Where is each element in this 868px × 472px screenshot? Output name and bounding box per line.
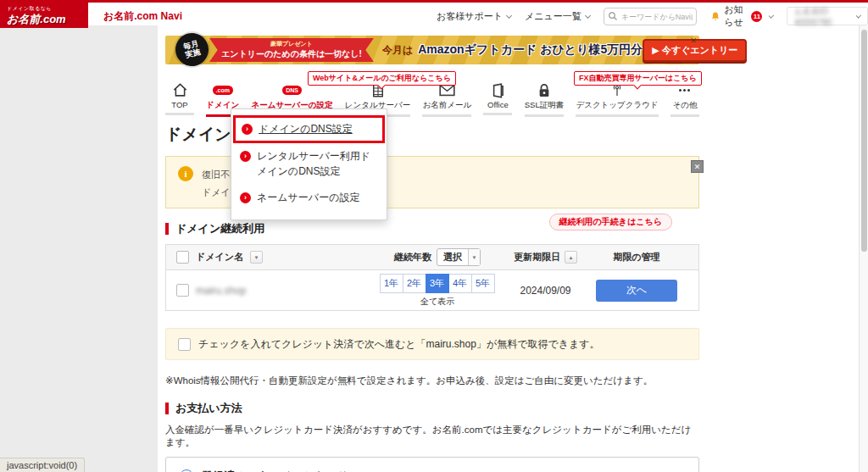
- menu-list-menu[interactable]: メニュー一覧: [525, 10, 590, 23]
- tab-label: TOP: [171, 100, 187, 109]
- menu-item-label: ドメインのDNS設定: [259, 122, 353, 136]
- tab-others[interactable]: その他: [670, 82, 699, 117]
- fx-server-tooltip: FX自動売買専用サーバーはこちら: [574, 71, 702, 86]
- logo-brand: お名前.com: [7, 13, 88, 26]
- year-option-4[interactable]: 4年: [448, 274, 472, 293]
- tab-underline: [670, 114, 699, 117]
- payment-method-box: 登録済みのクレジットカード カード番号 8018: [165, 457, 699, 472]
- campaign-banner[interactable]: 毎月 実施 豪華プレゼント エントリーのための条件は一切なし! 今月は Amaz…: [165, 36, 699, 64]
- tab-label: デスクトップクラウド: [576, 100, 658, 111]
- chevron-down-icon: [506, 12, 512, 18]
- year-option-5[interactable]: 5年: [471, 274, 495, 293]
- arrow-circle-icon: ›: [240, 192, 251, 203]
- tab-underline: [483, 113, 512, 115]
- chevron-down-icon: [585, 12, 591, 18]
- arrow-circle-icon: ›: [242, 124, 253, 135]
- free-domain-text: チェックを入れてクレジット決済で次へ進むと「mairu.shop」が無料で取得で…: [198, 337, 600, 352]
- ribbon-main-text: エントリーのための条件は一切なし!: [221, 48, 362, 60]
- ssl-lock-icon: [537, 82, 551, 98]
- tab-ssl-certificate[interactable]: SSL証明書: [525, 82, 564, 117]
- year-options: 1年 2年 3年 4年 5年: [381, 274, 495, 293]
- registered-card-label: 登録済みのクレジットカード: [202, 469, 348, 472]
- nameserver-dropdown-menu: › ドメインのDNS設定 › レンタルサーバー利用ドメインのDNS設定 › ネー…: [231, 108, 387, 220]
- monthly-badge: 毎月 実施: [172, 30, 212, 69]
- free-domain-promo: チェックを入れてクレジット決済で次へ進むと「mairu.shop」が無料で取得で…: [165, 328, 699, 360]
- dns-icon: DNS: [282, 82, 302, 98]
- main-content: 毎月 実施 豪華プレゼント エントリーのための条件は一切なし! 今月は Amaz…: [165, 25, 699, 472]
- renewal-section-title: ドメイン継続利用: [175, 221, 264, 236]
- bell-icon: [710, 11, 721, 22]
- ribbon-small-text: 豪華プレゼント: [221, 40, 362, 48]
- banner-headline: Amazonギフトカード おひとり様5万円分: [418, 42, 643, 58]
- domain-row: mairu.shop 1年 2年 3年 4年 5年 全て表示 2024/09/0…: [166, 270, 698, 310]
- info-icon: i: [178, 166, 193, 181]
- tab-onamae-mail[interactable]: お名前メール: [422, 82, 471, 117]
- tab-underline: [165, 113, 194, 115]
- show-all-link[interactable]: 全て表示: [420, 296, 454, 308]
- col-renewal-years: 継続年数: [394, 251, 431, 264]
- domain-com-icon: .com: [213, 82, 233, 98]
- domain-row-checkbox[interactable]: [176, 284, 189, 297]
- renewal-procedure-link[interactable]: 継続利用の手続きはこちら: [549, 214, 672, 230]
- select-arrow-icon: ▼: [468, 249, 480, 265]
- navi-title: お名前.com Navi: [103, 9, 182, 24]
- search-icon: [608, 11, 618, 21]
- select-all-checkbox[interactable]: [176, 251, 189, 264]
- menu-item-rental-server-dns[interactable]: › レンタルサーバー利用ドメインのDNS設定: [231, 143, 387, 185]
- tab-top[interactable]: TOP: [165, 82, 194, 117]
- header-menu: お客様サポート メニュー一覧 お知らせ 11 お名前ID 40000780: [437, 5, 868, 27]
- office-icon: [492, 82, 504, 98]
- customer-support-menu[interactable]: お客様サポート: [437, 10, 511, 23]
- menu-item-label: レンタルサーバー利用ドメインのDNS設定: [257, 149, 378, 179]
- years-select[interactable]: 選択 ▼: [437, 248, 481, 266]
- account-id-redacted: お名前ID 40000780: [794, 6, 853, 27]
- tab-label: お名前メール: [422, 100, 471, 111]
- deadline-sort-button[interactable]: ▲: [565, 251, 577, 264]
- payment-description: 入金確認が一番早いクレジットカード決済がおすすめです。お名前.comでは主要なク…: [165, 424, 699, 449]
- tab-label: SSL証明書: [525, 100, 564, 111]
- page-scrollbar[interactable]: [859, 25, 868, 472]
- banner-close-icon[interactable]: ✕: [690, 36, 697, 45]
- free-domain-checkbox[interactable]: [178, 338, 191, 351]
- onamae-logo[interactable]: ドメイン取るなら お名前.com: [0, 3, 88, 28]
- web-mail-tooltip: Webサイト&メールのご利用ならこちら: [308, 71, 456, 86]
- tab-underline: [422, 114, 471, 117]
- left-gutter: [0, 25, 158, 472]
- menu-item-domain-dns[interactable]: › ドメインのDNS設定: [236, 118, 382, 141]
- tab-office[interactable]: Office: [483, 82, 512, 117]
- menu-item-nameserver-settings[interactable]: › ネームサーバーの設定: [231, 185, 387, 211]
- col-renewal-deadline: 更新期限日: [514, 251, 560, 264]
- chevron-down-icon: [856, 13, 861, 18]
- renewal-table: ドメイン名 ▼ 継続年数 選択 ▼ 更新期限日 ▲ 期限の管理 mairu.: [165, 244, 699, 311]
- tab-underline: [576, 114, 658, 117]
- renewal-deadline-date: 2024/09/09: [520, 285, 570, 297]
- tab-underline: [525, 114, 564, 117]
- monthly-badge-line2: 実施: [185, 47, 202, 59]
- dropdown-highlight-box: › ドメインのDNS設定: [233, 115, 385, 143]
- tab-label: Office: [487, 100, 509, 109]
- col-domain-name: ドメイン名: [196, 251, 243, 264]
- tab-desktop-cloud[interactable]: デスクトップクラウド: [576, 82, 658, 117]
- domain-sort-button[interactable]: ▼: [250, 251, 263, 264]
- info-close-button[interactable]: ✕: [691, 160, 704, 173]
- payment-section-title: お支払い方法: [175, 401, 242, 416]
- notifications-count-badge: 11: [751, 11, 762, 22]
- col-deadline-management: 期限の管理: [613, 251, 659, 264]
- payment-section-header: お支払い方法: [165, 401, 699, 416]
- scrollbar-thumb[interactable]: [861, 30, 867, 252]
- renewal-table-header: ドメイン名 ▼ 継続年数 選択 ▼ 更新期限日 ▲ 期限の管理: [166, 245, 698, 270]
- campaign-ribbon: 豪華プレゼント エントリーのための条件は一切なし!: [209, 38, 374, 62]
- customer-support-label: お客様サポート: [437, 10, 503, 23]
- account-menu[interactable]: お名前ID 40000780: [787, 7, 868, 25]
- next-button[interactable]: 次へ: [596, 280, 677, 302]
- year-option-2[interactable]: 2年: [403, 274, 426, 293]
- year-option-3-selected[interactable]: 3年: [426, 274, 449, 293]
- arrow-circle-icon: ›: [240, 151, 251, 162]
- logo-tagline: ドメイン取るなら: [7, 5, 88, 13]
- domain-name-redacted: mairu.shop: [196, 285, 246, 297]
- year-option-1[interactable]: 1年: [380, 274, 403, 293]
- tab-label: その他: [673, 100, 698, 111]
- notifications-menu[interactable]: お知らせ 11: [710, 3, 773, 29]
- whois-note: ※Whois情報公開代行・自動更新設定が無料で設定されます。お申込み後、設定はご…: [165, 375, 699, 387]
- registered-card-option[interactable]: 登録済みのクレジットカード: [180, 469, 685, 472]
